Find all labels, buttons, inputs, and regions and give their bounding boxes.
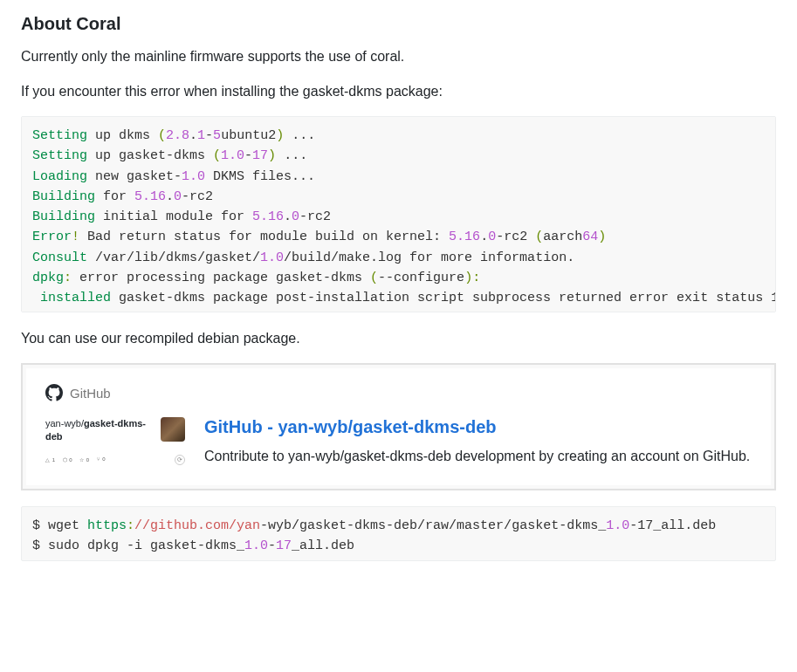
code-token: ( bbox=[213, 148, 221, 163]
code-token: -rc2 bbox=[496, 230, 535, 244]
code-token: Building bbox=[32, 209, 95, 224]
github-thumb-owner: yan-wyb/ bbox=[45, 418, 84, 429]
code-token: 0 bbox=[174, 189, 182, 204]
code-token: 1.0 bbox=[606, 518, 629, 533]
code-token: -17_all.deb bbox=[629, 518, 716, 533]
code-token: : bbox=[64, 271, 72, 285]
code-token: 1.0 bbox=[244, 538, 268, 553]
code-token: Building bbox=[32, 189, 95, 204]
github-link-card[interactable]: GitHub yan-wyb/gasket-dkms-deb △ 1⬡ 0☆ 0… bbox=[21, 363, 776, 490]
code-token: 0 bbox=[292, 209, 299, 224]
code-token: . bbox=[189, 128, 197, 143]
code-token: -rc2 bbox=[299, 209, 331, 224]
code-token: 0 bbox=[488, 230, 496, 244]
github-card-header: GitHub bbox=[45, 384, 752, 401]
code-token: installed bbox=[32, 291, 111, 305]
code-token: 17 bbox=[276, 538, 292, 553]
code-token: : bbox=[472, 271, 480, 285]
code-token: ) bbox=[268, 148, 276, 163]
code-token: error processing package gasket-dkms bbox=[72, 271, 370, 285]
github-thumbnail: yan-wyb/gasket-dkms-deb △ 1⬡ 0☆ 0⑂ 0 ⟳ bbox=[45, 417, 185, 465]
section-heading: About Coral bbox=[21, 14, 776, 34]
code-token: Setting bbox=[32, 148, 87, 163]
github-thumb-stats: △ 1⬡ 0☆ 0⑂ 0 bbox=[45, 456, 106, 463]
code-token: - bbox=[268, 538, 276, 553]
code-token: -wyb/gasket-dkms-deb/raw/master/gasket-d… bbox=[260, 518, 606, 533]
code-token: 1.0 bbox=[221, 148, 244, 163]
code-token: 5.16 bbox=[252, 209, 284, 224]
code-token: dpkg bbox=[32, 271, 64, 285]
code-token: 5.16 bbox=[449, 230, 480, 244]
code-token: ) bbox=[464, 271, 472, 285]
code-token: $ sudo dpkg -i gasket-dkms_ bbox=[32, 538, 244, 553]
code-token: /var/lib/dkms/gasket/ bbox=[87, 250, 260, 265]
code-token: Consult bbox=[32, 250, 87, 265]
code-token: Loading bbox=[32, 169, 87, 184]
code-block-commands[interactable]: $ wget https://github.com/yan-wyb/gasket… bbox=[21, 506, 776, 561]
code-token: //github.com/yan bbox=[134, 518, 260, 533]
code-token: gasket-dkms package post-installation sc… bbox=[111, 291, 776, 305]
code-token: aarch bbox=[543, 230, 582, 244]
code-token: . bbox=[480, 230, 488, 244]
code-token: - bbox=[244, 148, 252, 163]
code-token: 5.16 bbox=[134, 189, 166, 204]
code-token: . bbox=[166, 189, 174, 204]
code-token: https bbox=[87, 518, 127, 533]
code-token: ) bbox=[598, 230, 606, 244]
code-token: DKMS files... bbox=[205, 169, 315, 184]
code-token: 64 bbox=[582, 230, 598, 244]
code-token: _all.deb bbox=[292, 538, 354, 553]
code-token: --configure bbox=[378, 271, 464, 285]
code-token: 1.0 bbox=[260, 250, 284, 265]
code-token: for bbox=[95, 189, 134, 204]
code-token: . bbox=[284, 209, 292, 224]
code-token: ( bbox=[370, 271, 378, 285]
code-token: up dkms bbox=[87, 128, 158, 143]
paragraph-intro: Currently only the mainline firmware sup… bbox=[21, 46, 776, 67]
code-token: ... bbox=[276, 148, 307, 163]
code-block-error[interactable]: Setting up dkms (2.8.1-5ubuntu2) ... Set… bbox=[21, 116, 776, 312]
code-token: ( bbox=[158, 128, 166, 143]
code-token: ( bbox=[535, 230, 543, 244]
code-token: ! bbox=[72, 230, 79, 244]
code-token: 1 bbox=[197, 128, 205, 143]
code-token: -rc2 bbox=[182, 189, 213, 204]
code-token: ... bbox=[284, 128, 315, 143]
github-icon bbox=[45, 384, 63, 401]
code-token: up gasket-dkms bbox=[87, 148, 213, 163]
github-repo-link[interactable]: GitHub - yan-wyb/gasket-dkms-deb bbox=[204, 417, 497, 437]
code-token: ubuntu2 bbox=[221, 128, 276, 143]
code-token: $ wget bbox=[32, 518, 87, 533]
code-token: 2.8 bbox=[166, 128, 189, 143]
code-token: : bbox=[127, 518, 134, 533]
code-token: - bbox=[205, 128, 213, 143]
github-thumb-avatar bbox=[161, 417, 185, 442]
code-token: ) bbox=[276, 128, 284, 143]
code-token: 17 bbox=[252, 148, 268, 163]
code-token: /build/make.log for more information. bbox=[284, 250, 574, 265]
paragraph-solution: You can use our recompiled debian packag… bbox=[21, 328, 776, 349]
code-token: Error bbox=[32, 230, 72, 244]
code-token: initial module for bbox=[95, 209, 252, 224]
paragraph-error-intro: If you encounter this error when install… bbox=[21, 81, 776, 102]
code-token: 1.0 bbox=[182, 169, 205, 184]
code-token: new gasket- bbox=[87, 169, 182, 184]
code-token: Setting bbox=[32, 128, 87, 143]
github-repo-description: Contribute to yan-wyb/gasket-dkms-deb de… bbox=[204, 446, 752, 468]
refresh-icon: ⟳ bbox=[175, 455, 185, 465]
github-site-label: GitHub bbox=[70, 386, 111, 401]
code-token: 5 bbox=[213, 128, 221, 143]
code-token: Bad return status for module build on ke… bbox=[79, 230, 449, 244]
